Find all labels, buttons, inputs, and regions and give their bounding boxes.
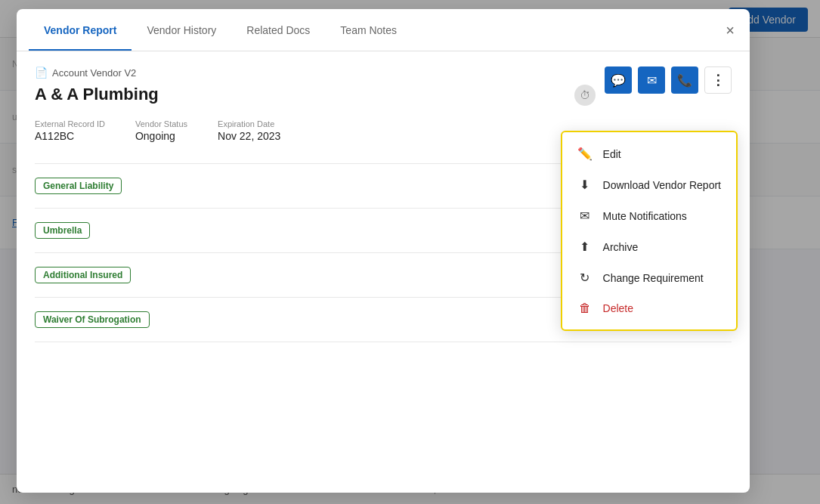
tab-vendor-report[interactable]: Vendor Report (29, 11, 132, 50)
modal-close-button[interactable]: × (723, 20, 738, 41)
meta-label-vendor-status: Vendor Status (135, 119, 187, 128)
email-icon: ✉ (647, 73, 657, 88)
context-download-label: Download Vendor Report (603, 179, 721, 191)
tag-label-additional-insured: Additional Insured (35, 267, 131, 283)
vendor-modal: Vendor Report Vendor History Related Doc… (17, 9, 750, 493)
context-mute-label: Mute Notifications (603, 210, 687, 222)
tag-label-general-liability: General Liability (35, 178, 122, 194)
archive-icon: ⬆ (577, 240, 593, 254)
more-dots-icon: ⋮ (711, 72, 726, 88)
meta-expiration-date: Expiration Date Nov 22, 2023 (218, 119, 280, 142)
meta-vendor-status: Vendor Status Ongoing (135, 119, 187, 142)
download-icon: ⬇ (577, 178, 593, 192)
tag-label-umbrella: Umbrella (35, 222, 90, 239)
context-menu-download[interactable]: ⬇ Download Vendor Report (562, 169, 736, 200)
context-menu-mute[interactable]: ✉ Mute Notifications (562, 200, 736, 231)
meta-value-expiration-date: Nov 22, 2023 (218, 130, 280, 142)
delete-icon: 🗑 (577, 301, 593, 315)
divider-5 (35, 342, 732, 342)
context-menu: ✏️ Edit ⬇ Download Vendor Report ✉ Mute … (561, 131, 738, 331)
meta-value-external-record-id: A112BC (35, 130, 105, 142)
phone-icon: 📞 (677, 73, 692, 88)
tab-vendor-history[interactable]: Vendor History (132, 11, 231, 50)
modal-tabs: Vendor Report Vendor History Related Doc… (17, 9, 750, 51)
edit-icon: ✏️ (577, 147, 593, 161)
context-menu-change-requirement[interactable]: ↻ Change Requirement (562, 262, 736, 293)
tab-related-docs[interactable]: Related Docs (231, 11, 325, 50)
vendor-subtitle-text: Account Vendor V2 (52, 67, 136, 79)
context-menu-archive[interactable]: ⬆ Archive (562, 231, 736, 262)
email-action-button[interactable]: ✉ (638, 66, 665, 94)
context-delete-label: Delete (603, 302, 633, 314)
context-edit-label: Edit (603, 148, 621, 160)
phone-action-button[interactable]: 📞 (671, 66, 698, 94)
meta-value-vendor-status: Ongoing (135, 130, 187, 142)
change-requirement-icon: ↻ (577, 271, 593, 285)
meta-external-record-id: External Record ID A112BC (35, 119, 105, 142)
sms-action-button[interactable]: 💬 (605, 66, 632, 94)
context-menu-edit[interactable]: ✏️ Edit (562, 138, 736, 169)
context-archive-label: Archive (603, 241, 639, 253)
tab-team-notes[interactable]: Team Notes (325, 11, 412, 50)
more-options-button[interactable]: ⋮ (704, 66, 732, 94)
clock-icon: ⏱ (574, 85, 596, 106)
meta-label-expiration-date: Expiration Date (218, 119, 280, 128)
action-icons-row: ⏱ 💬 ✉ 📞 ⋮ (605, 66, 732, 94)
meta-label-external-record-id: External Record ID (35, 119, 105, 128)
context-menu-delete[interactable]: 🗑 Delete (562, 293, 736, 323)
mute-icon: ✉ (577, 209, 593, 223)
context-change-req-label: Change Requirement (603, 272, 704, 284)
sms-icon: 💬 (611, 73, 626, 88)
tag-label-waiver-of-subrogation: Waiver Of Subrogation (35, 311, 150, 328)
modal-body: 📄 Account Vendor V2 A & A Plumbing ⏱ 💬 ✉… (17, 51, 750, 366)
document-icon: 📄 (35, 66, 48, 79)
